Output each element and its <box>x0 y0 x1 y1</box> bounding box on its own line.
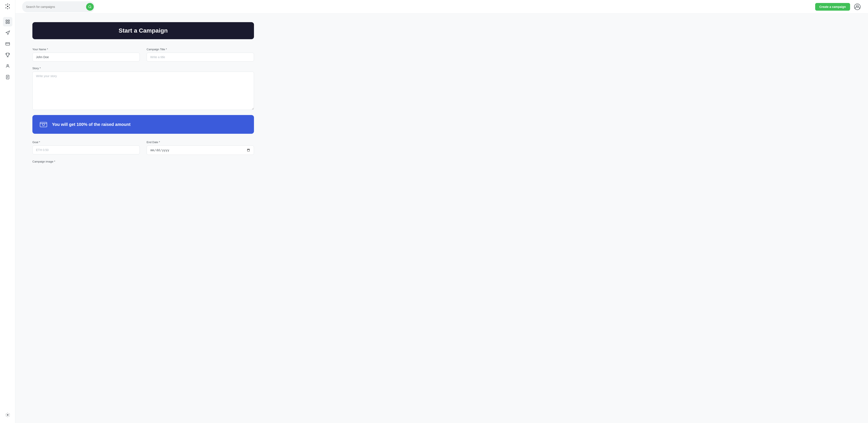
campaign-title-group: Campaign Title * <box>147 48 254 62</box>
svg-rect-7 <box>6 20 7 21</box>
goal-label: Goal * <box>32 140 140 144</box>
svg-point-0 <box>7 6 8 7</box>
campaign-form: Your Name * Campaign Title * Story * <box>32 48 254 163</box>
end-date-input[interactable] <box>147 145 254 155</box>
sidebar-item-dashboard[interactable] <box>3 17 12 26</box>
sidebar-item-documents[interactable] <box>3 72 12 82</box>
sidebar <box>0 0 16 423</box>
svg-point-21 <box>89 5 91 8</box>
search-container <box>22 1 95 12</box>
campaign-image-label: Campaign image * <box>32 160 254 163</box>
campaign-title-label: Campaign Title * <box>147 48 254 51</box>
sidebar-item-trophies[interactable] <box>3 50 12 60</box>
info-banner-text: You will get 100% of the raised amount <box>52 122 131 127</box>
campaign-image-section: Campaign image * <box>32 160 254 163</box>
app-logo[interactable] <box>5 3 11 10</box>
svg-rect-8 <box>8 20 9 21</box>
main-content: Start a Campaign Your Name * Campaign Ti… <box>16 13 271 423</box>
svg-point-5 <box>7 4 8 4</box>
story-label: Story * <box>32 67 254 70</box>
svg-point-20 <box>7 414 8 416</box>
page-title-bar: Start a Campaign <box>32 22 254 39</box>
sidebar-item-settings[interactable] <box>3 410 12 420</box>
svg-point-2 <box>9 4 10 5</box>
svg-point-4 <box>9 7 10 8</box>
end-date-group: End Date * <box>147 140 254 155</box>
svg-point-26 <box>42 124 44 126</box>
search-button[interactable] <box>86 3 94 11</box>
svg-point-3 <box>5 7 6 8</box>
name-input[interactable] <box>32 53 140 62</box>
user-circle-icon <box>854 3 861 10</box>
svg-rect-10 <box>8 22 9 24</box>
name-group: Your Name * <box>32 48 140 62</box>
end-date-label: End Date * <box>147 140 254 144</box>
info-banner: You will get 100% of the raised amount <box>32 115 254 134</box>
svg-rect-25 <box>40 122 47 127</box>
goal-date-row: Goal * End Date * <box>32 140 254 155</box>
sidebar-item-payments[interactable] <box>3 39 12 48</box>
story-textarea[interactable] <box>32 71 254 110</box>
sidebar-bottom <box>3 410 12 420</box>
goal-input[interactable] <box>32 145 140 155</box>
svg-rect-9 <box>6 22 7 24</box>
svg-point-15 <box>7 65 8 66</box>
sidebar-item-campaigns[interactable] <box>3 28 12 37</box>
goal-group: Goal * <box>32 140 140 155</box>
create-campaign-button[interactable]: Create a campaign <box>815 3 850 11</box>
sidebar-item-profile[interactable] <box>3 61 12 71</box>
money-icon <box>39 120 48 129</box>
story-group: Story * <box>32 67 254 110</box>
user-avatar-button[interactable] <box>854 3 861 11</box>
search-icon <box>88 5 92 8</box>
svg-point-1 <box>5 4 6 5</box>
name-title-row: Your Name * Campaign Title * <box>32 48 254 62</box>
svg-line-22 <box>91 7 91 8</box>
campaign-title-input[interactable] <box>147 53 254 62</box>
svg-rect-11 <box>5 42 9 45</box>
page-title: Start a Campaign <box>41 27 245 34</box>
header: Create a campaign <box>16 0 868 13</box>
search-input[interactable] <box>26 5 84 8</box>
svg-point-6 <box>7 8 8 9</box>
name-label: Your Name * <box>32 48 140 51</box>
header-right: Create a campaign <box>815 3 861 11</box>
